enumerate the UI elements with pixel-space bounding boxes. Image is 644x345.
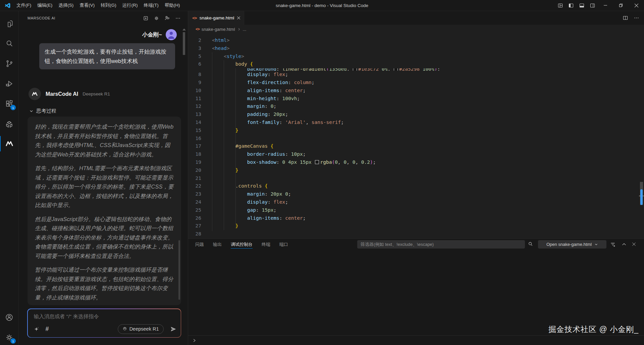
code-line[interactable]: 23 margin: 20px 0; [188,190,639,198]
code-line[interactable]: 14 font-family: 'Arial', sans-serif; [188,119,639,127]
code-line[interactable]: 17 #gameCanvas { [188,142,639,150]
scrollbar-up-arrow[interactable] [182,28,186,30]
account-icon[interactable] [0,309,18,326]
code-line[interactable]: 10 align-items: center; [188,87,639,95]
user-name: 小金刚~ [142,31,162,39]
tab-snake-game[interactable]: <> snake-game.html [188,11,244,25]
breadcrumb[interactable]: <> snake-game.html ... [188,25,644,33]
thinking-paragraph: 首先，结构部分。HTML需要一个画布元素来绘制游戏区域，还需要两个按钮：开始游戏… [35,164,174,210]
panel-tab[interactable]: 终端 [262,239,270,250]
share-profile-icon[interactable] [163,14,171,22]
code-line[interactable]: 7 background: linear-gradient(135deg, #1… [188,68,639,71]
code-line[interactable]: 5 <style> [188,53,639,61]
line-number: 5 [188,53,201,61]
thinking-scrollbar[interactable] [178,240,180,300]
menu-item[interactable]: 编辑(E) [34,0,55,11]
clear-filter-icon[interactable] [610,242,616,248]
code-line[interactable]: 20 } [188,166,639,175]
explorer-icon[interactable] [0,15,18,32]
code-line[interactable]: 27 } [188,222,639,230]
source-control-icon[interactable] [0,55,18,72]
console-source-dropdown[interactable]: Open snake-game.html [538,240,606,249]
toggle-primary-sidebar-icon[interactable] [566,0,576,11]
menu-bar: 文件(F)编辑(E)选择(S)查看(V)转到(G)运行(R)终端(T)帮助(H) [13,0,183,11]
code-line[interactable]: 18 border-radius: 10px; [188,150,639,158]
panel-filter-input[interactable] [357,240,525,249]
line-number: 9 [188,79,201,87]
close-icon[interactable] [629,0,644,11]
code-line[interactable]: 2<html> [188,37,639,45]
minimize-icon[interactable] [598,0,613,11]
line-number: 15 [188,127,201,135]
code-line[interactable]: 26 align-items: center; [188,214,639,222]
menu-item[interactable]: 终端(T) [141,0,162,11]
panel-tab[interactable]: 调试控制台 [231,239,253,250]
extensions-icon[interactable]: 1 [0,95,18,112]
code-line[interactable]: 22 .controls { [188,182,639,190]
menu-item[interactable]: 文件(F) [13,0,34,11]
code-line[interactable]: 24 display: flex; [188,198,639,206]
menu-item[interactable]: 帮助(H) [162,0,183,11]
toggle-secondary-sidebar-icon[interactable] [587,0,598,11]
code-line[interactable]: 3<head> [188,45,639,53]
code-line[interactable]: 11 min-height: 100vh; [188,95,639,103]
plugin-knot-icon[interactable] [0,116,18,133]
color-swatch [315,160,319,164]
search-icon[interactable] [528,241,533,247]
marscode-logo-icon [29,88,41,100]
assistant-name: MarsCode AI [46,91,78,97]
window-title: snake-game.html - demo - Visual Studio C… [276,3,368,8]
code-line[interactable]: 16 [188,135,639,143]
new-chat-icon[interactable] [142,14,150,22]
breadcrumb-file[interactable]: snake-game.html [202,27,235,32]
maximize-panel-icon[interactable] [621,242,627,247]
more-icon[interactable] [174,14,182,22]
code-line[interactable]: 12 margin: 0; [188,102,639,111]
split-editor-icon[interactable] [623,15,628,21]
breadcrumb-more[interactable]: ... [243,27,247,32]
settings-gear-icon[interactable]: 1 [0,329,18,345]
chat-input[interactable] [33,313,162,320]
search-icon[interactable] [0,35,18,52]
send-icon[interactable] [170,326,176,332]
customize-layout-icon[interactable] [555,0,566,11]
toggle-panel-icon[interactable] [576,0,587,11]
menu-item[interactable]: 转到(G) [98,0,119,11]
menu-item[interactable]: 选择(S) [55,0,76,11]
code-line[interactable]: 9 flex-direction: column; [188,79,639,87]
menu-item[interactable]: 查看(V) [76,0,98,11]
hash-icon[interactable]: # [46,326,49,332]
code-line[interactable]: 19 box-shadow: 0 4px 15px rgba(0, 0, 0, … [188,158,639,166]
code-area[interactable]: 2<html>3<head>5 <style>6 body {7 backgro… [188,33,639,239]
code-line[interactable]: 6 body { [188,60,639,68]
close-panel-icon[interactable] [631,242,637,247]
line-number: 18 [188,150,201,158]
code-line[interactable]: 28 [188,230,639,238]
editor-more-actions-icon[interactable] [634,15,639,21]
thinking-toggle[interactable]: 思考过程 [29,108,56,114]
debug-console-input[interactable] [188,336,644,345]
tab-close-icon[interactable] [237,16,240,20]
panel-tab[interactable]: 输出 [213,239,222,250]
title-bar: 文件(F)编辑(E)选择(S)查看(V)转到(G)运行(R)终端(T)帮助(H)… [0,0,644,11]
code-line[interactable]: 8 display: flex; [188,71,639,79]
line-number: 17 [188,142,201,150]
panel-tab[interactable]: 问题 [195,239,204,250]
color-swatch [353,68,357,71]
menu-item[interactable]: 运行(R) [119,0,141,11]
code-line[interactable]: 15 } [188,127,639,135]
assistant-model: Deepseek R1 [83,91,110,96]
model-selector[interactable]: Deepseek R1 [118,324,164,334]
sidebar-scrollbar[interactable] [183,32,185,55]
code-line[interactable]: 13 padding: 20px; [188,111,639,119]
sparkle-icon[interactable] [34,326,39,332]
run-debug-icon[interactable] [0,75,18,92]
panel-tab[interactable]: 端口 [279,239,288,250]
restore-icon[interactable] [613,0,629,11]
marscode-ai-icon[interactable] [0,135,18,152]
code-line[interactable]: 21 [188,175,639,183]
code-line[interactable]: 25 gap: 15px; [188,206,639,214]
settings-icon[interactable] [152,14,160,22]
bottom-panel: 问题输出调试控制台终端端口 Open snake-game.html 掘金技术社… [188,238,644,345]
line-number: 24 [188,198,201,206]
